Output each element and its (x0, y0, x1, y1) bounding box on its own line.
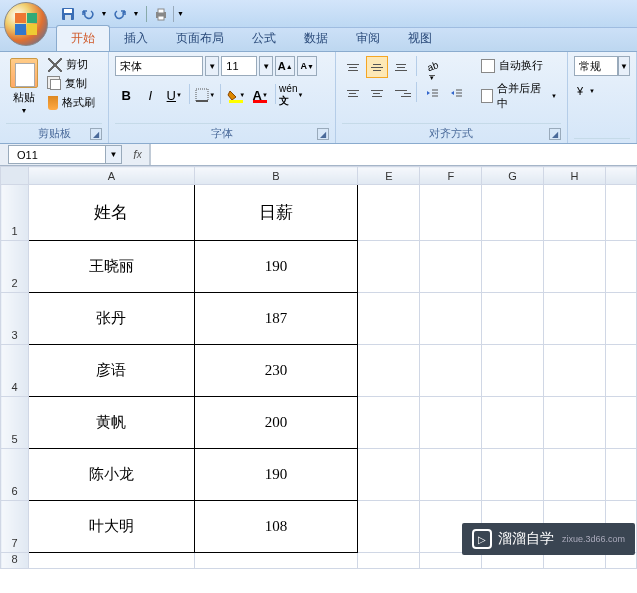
align-center-button[interactable] (366, 82, 388, 104)
alignment-group-label: 对齐方式◢ (342, 123, 561, 141)
col-header-F[interactable]: F (420, 167, 482, 185)
cell-B7[interactable]: 108 (194, 501, 358, 553)
font-size-dropdown[interactable]: ▼ (259, 56, 273, 76)
paste-button[interactable]: 粘贴 ▼ (6, 56, 42, 121)
row-header-6[interactable]: 6 (1, 449, 29, 501)
col-header-G[interactable]: G (482, 167, 544, 185)
cell-B1[interactable]: 日薪 (194, 185, 358, 241)
cell-A2[interactable]: 王晓丽 (28, 241, 194, 293)
font-name-input[interactable] (115, 56, 203, 76)
cell-B4[interactable]: 230 (194, 345, 358, 397)
qat-redo-button[interactable] (112, 6, 128, 22)
svg-rect-1 (64, 9, 72, 13)
decrease-indent-button[interactable] (421, 82, 443, 104)
cell-B3[interactable]: 187 (194, 293, 358, 345)
increase-font-button[interactable]: A▲ (275, 56, 295, 76)
qat-save-button[interactable] (60, 6, 76, 22)
row-header-4[interactable]: 4 (1, 345, 29, 397)
tab-home[interactable]: 开始 (56, 25, 110, 51)
merge-center-button[interactable]: 合并后居中▼ (477, 79, 561, 113)
cell-B6[interactable]: 190 (194, 449, 358, 501)
number-format-select[interactable] (574, 56, 618, 76)
spreadsheet-grid[interactable]: A B E F G H 1 姓名 日薪 2 王晓丽 190 3 张丹 187 4… (0, 166, 637, 569)
format-painter-button[interactable]: 格式刷 (46, 94, 97, 111)
office-button[interactable] (4, 2, 48, 46)
wrap-text-button[interactable]: 自动换行 (477, 56, 561, 75)
orientation-button[interactable]: ab▼ (421, 56, 443, 78)
qat-redo-dropdown[interactable]: ▼ (132, 6, 140, 22)
col-header-B[interactable]: B (194, 167, 358, 185)
office-logo-icon (15, 13, 37, 35)
font-size-input[interactable] (221, 56, 257, 76)
ribbon-tabs: 开始 插入 页面布局 公式 数据 审阅 视图 (0, 28, 637, 52)
tab-pagelayout[interactable]: 页面布局 (162, 26, 238, 51)
clipboard-dialog-launcher[interactable]: ◢ (90, 128, 102, 140)
copy-button[interactable]: 复制 (46, 75, 97, 92)
tab-insert[interactable]: 插入 (110, 26, 162, 51)
row-header-8[interactable]: 8 (1, 553, 29, 569)
row-header-7[interactable]: 7 (1, 501, 29, 553)
align-middle-button[interactable] (366, 56, 388, 78)
qat-undo-dropdown[interactable]: ▼ (100, 6, 108, 22)
paste-icon (10, 58, 38, 88)
merge-icon (481, 89, 494, 103)
row-header-3[interactable]: 3 (1, 293, 29, 345)
font-group-label: 字体◢ (115, 123, 328, 141)
align-right-button[interactable] (390, 82, 412, 104)
number-format-dropdown[interactable]: ▼ (618, 56, 630, 76)
cell-B2[interactable]: 190 (194, 241, 358, 293)
increase-indent-button[interactable] (445, 82, 467, 104)
tab-review[interactable]: 审阅 (342, 26, 394, 51)
font-dialog-launcher[interactable]: ◢ (317, 128, 329, 140)
decrease-font-button[interactable]: A▼ (297, 56, 317, 76)
cell-A4[interactable]: 彦语 (28, 345, 194, 397)
align-top-button[interactable] (342, 56, 364, 78)
row-header-1[interactable]: 1 (1, 185, 29, 241)
tab-data[interactable]: 数据 (290, 26, 342, 51)
tab-view[interactable]: 视图 (394, 26, 446, 51)
cell-A3[interactable]: 张丹 (28, 293, 194, 345)
col-header-E[interactable]: E (358, 167, 420, 185)
cell-F1[interactable] (420, 185, 482, 241)
italic-button[interactable]: I (139, 84, 161, 106)
underline-button[interactable]: U▼ (163, 84, 185, 106)
copy-label: 复制 (65, 76, 87, 91)
tab-formulas[interactable]: 公式 (238, 26, 290, 51)
fx-button[interactable]: fx (126, 144, 150, 165)
qat-customize-dropdown[interactable]: ▼ (173, 6, 185, 22)
cell-E1[interactable] (358, 185, 420, 241)
phonetic-button[interactable]: wén文▼ (280, 84, 302, 106)
cell-A5[interactable]: 黄帆 (28, 397, 194, 449)
watermark: ▷ 溜溜自学 zixue.3d66.com (462, 523, 635, 555)
cut-button[interactable]: 剪切 (46, 56, 97, 73)
cell-H1[interactable] (544, 185, 606, 241)
row-header-2[interactable]: 2 (1, 241, 29, 293)
row-header-5[interactable]: 5 (1, 397, 29, 449)
name-box-dropdown[interactable]: ▼ (106, 145, 122, 164)
col-header-next[interactable] (605, 167, 636, 185)
print-icon (154, 7, 168, 21)
font-name-dropdown[interactable]: ▼ (205, 56, 219, 76)
cell-G1[interactable] (482, 185, 544, 241)
cell-B5[interactable]: 200 (194, 397, 358, 449)
select-all-corner[interactable] (1, 167, 29, 185)
fill-color-button[interactable]: ▼ (225, 84, 247, 106)
border-icon (195, 88, 209, 102)
bold-button[interactable]: B (115, 84, 137, 106)
align-left-button[interactable] (342, 82, 364, 104)
font-color-button[interactable]: A▼ (249, 84, 271, 106)
qat-undo-button[interactable] (80, 6, 96, 22)
cell-A1[interactable]: 姓名 (28, 185, 194, 241)
col-header-A[interactable]: A (28, 167, 194, 185)
border-button[interactable]: ▼ (194, 84, 216, 106)
col-header-H[interactable]: H (544, 167, 606, 185)
name-box[interactable]: O11 (8, 145, 106, 164)
alignment-dialog-launcher[interactable]: ◢ (549, 128, 561, 140)
cell-A7[interactable]: 叶大明 (28, 501, 194, 553)
wrap-label: 自动换行 (499, 58, 543, 73)
cell-A6[interactable]: 陈小龙 (28, 449, 194, 501)
currency-button[interactable]: ¥▼ (574, 80, 596, 102)
qat-quickprint-button[interactable] (153, 6, 169, 22)
formula-bar[interactable] (150, 144, 637, 165)
align-bottom-button[interactable] (390, 56, 412, 78)
